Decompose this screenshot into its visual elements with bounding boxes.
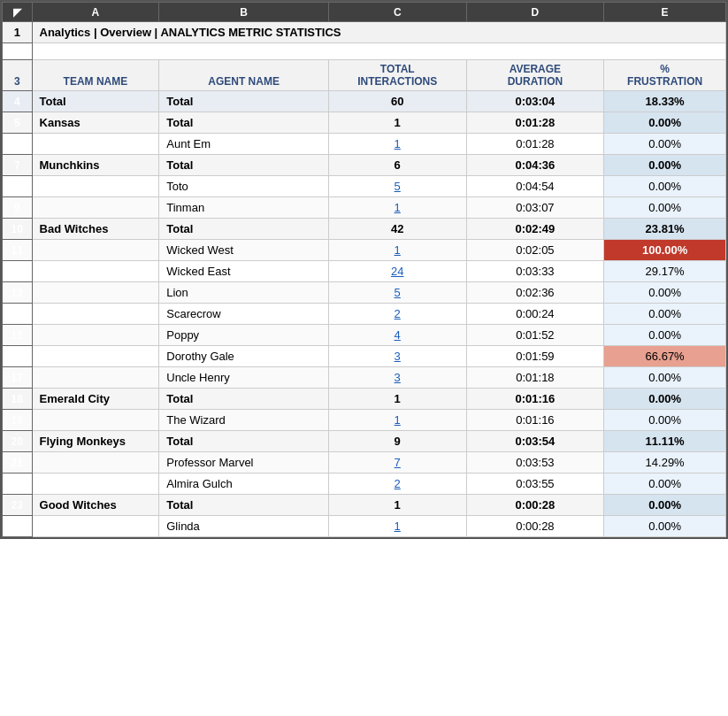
col-header-D: D: [466, 3, 604, 22]
duration-cell: 0:03:54: [466, 431, 604, 452]
table-row: 17Uncle Henry30:01:180.00%: [3, 367, 726, 389]
team-name-cell: Munchkins: [32, 155, 159, 176]
table-row: 6Aunt Em10:01:280.00%: [3, 134, 726, 155]
duration-cell: 0:00:28: [466, 495, 604, 516]
frustration-cell: 0.00%: [604, 325, 726, 346]
header-total-interactions: TOTAL INTERACTIONS: [328, 60, 466, 91]
duration-cell: 0:02:49: [466, 219, 604, 240]
frustration-cell: 0.00%: [604, 473, 726, 495]
interactions-cell: 60: [328, 91, 466, 112]
team-name-cell: Bad Witches: [32, 219, 159, 240]
agent-name-cell: Professor Marvel: [159, 452, 329, 473]
header-frustration: % FRUSTRATION: [604, 60, 726, 91]
agent-name-cell: Total: [159, 219, 329, 240]
frustration-cell: 0.00%: [604, 495, 726, 516]
duration-cell: 0:03:07: [466, 197, 604, 219]
interactions-cell: 1: [328, 389, 466, 410]
interactions-cell: 9: [328, 431, 466, 452]
interactions-cell: 1: [328, 240, 466, 261]
team-name-cell: [32, 410, 159, 431]
agent-name-cell: Glinda: [159, 516, 329, 537]
table-row: 7MunchkinsTotal60:04:360.00%: [3, 155, 726, 176]
header-team-name: TEAM NAME: [32, 60, 159, 91]
team-name-cell: [32, 261, 159, 282]
team-name-cell: [32, 240, 159, 261]
duration-cell: 0:02:36: [466, 282, 604, 304]
frustration-cell: 0.00%: [604, 410, 726, 431]
interactions-cell: 6: [328, 155, 466, 176]
agent-name-cell: Total: [159, 155, 329, 176]
interactions-cell: 1: [328, 134, 466, 155]
frustration-cell: 14.29%: [604, 452, 726, 473]
team-name-cell: [32, 367, 159, 389]
header-agent-name: AGENT NAME: [159, 60, 329, 91]
spreadsheet: ◤ A B C D E 1 Analytics | Overview | ANA…: [0, 0, 728, 539]
duration-cell: 0:04:36: [466, 155, 604, 176]
team-name-cell: [32, 452, 159, 473]
frustration-cell: 29.17%: [604, 261, 726, 282]
col-header-E: E: [604, 3, 726, 22]
team-name-cell: Good Witches: [32, 495, 159, 516]
team-name-cell: [32, 304, 159, 325]
row-num-7: 7: [3, 155, 33, 176]
agent-name-cell: Uncle Henry: [159, 367, 329, 389]
duration-cell: 0:01:52: [466, 325, 604, 346]
frustration-cell: 0.00%: [604, 389, 726, 410]
duration-cell: 0:00:24: [466, 304, 604, 325]
frustration-cell: 0.00%: [604, 367, 726, 389]
table-row: 16Dorothy Gale30:01:5966.67%: [3, 346, 726, 367]
duration-cell: 0:01:18: [466, 367, 604, 389]
interactions-cell: 4: [328, 325, 466, 346]
duration-cell: 0:00:28: [466, 516, 604, 537]
duration-cell: 0:01:28: [466, 134, 604, 155]
header-row: 3 TEAM NAME AGENT NAME TOTAL INTERACTION…: [3, 60, 726, 91]
agent-name-cell: Toto: [159, 176, 329, 197]
agent-name-cell: Total: [159, 495, 329, 516]
team-name-cell: Total: [32, 91, 159, 112]
agent-name-cell: Wicked West: [159, 240, 329, 261]
frustration-cell: 18.33%: [604, 91, 726, 112]
agent-name-cell: Total: [159, 389, 329, 410]
row-num-6: 6: [3, 134, 33, 155]
title-cell: Analytics | Overview | ANALYTICS METRIC …: [32, 22, 725, 43]
row-num-19: 19: [3, 410, 33, 431]
row-num-11: 11: [3, 240, 33, 261]
interactions-cell: 3: [328, 346, 466, 367]
frustration-cell: 0.00%: [604, 176, 726, 197]
frustration-cell: 0.00%: [604, 112, 726, 134]
agent-name-cell: Almira Gulch: [159, 473, 329, 495]
agent-name-cell: Total: [159, 91, 329, 112]
interactions-cell: 2: [328, 473, 466, 495]
row-num-17: 17: [3, 367, 33, 389]
table-row: 24Glinda10:00:280.00%: [3, 516, 726, 537]
table-row: 23Good WitchesTotal10:00:280.00%: [3, 495, 726, 516]
agent-name-cell: Aunt Em: [159, 134, 329, 155]
interactions-cell: 1: [328, 516, 466, 537]
row-num-13: 13: [3, 282, 33, 304]
row-num-2: 2: [3, 43, 33, 60]
row-num-20: 20: [3, 431, 33, 452]
row-num-24: 24: [3, 516, 33, 537]
row-num-14: 14: [3, 304, 33, 325]
table-row: 19The Wizard10:01:160.00%: [3, 410, 726, 431]
row-2-empty: 2: [3, 43, 726, 60]
interactions-cell: 2: [328, 304, 466, 325]
frustration-cell: 0.00%: [604, 155, 726, 176]
duration-cell: 0:03:53: [466, 452, 604, 473]
interactions-cell: 3: [328, 367, 466, 389]
table-row: 8Toto50:04:540.00%: [3, 176, 726, 197]
table-row: 5KansasTotal10:01:280.00%: [3, 112, 726, 134]
table-row: 4TotalTotal600:03:0418.33%: [3, 91, 726, 112]
agent-name-cell: Dorothy Gale: [159, 346, 329, 367]
agent-name-cell: Scarecrow: [159, 304, 329, 325]
interactions-cell: 5: [328, 282, 466, 304]
agent-name-cell: Poppy: [159, 325, 329, 346]
interactions-cell: 1: [328, 112, 466, 134]
agent-name-cell: Total: [159, 112, 329, 134]
table-row: 14Scarecrow20:00:240.00%: [3, 304, 726, 325]
duration-cell: 0:04:54: [466, 176, 604, 197]
table-row: 15Poppy40:01:520.00%: [3, 325, 726, 346]
team-name-cell: [32, 325, 159, 346]
table-row: 20Flying MonkeysTotal90:03:5411.11%: [3, 431, 726, 452]
team-name-cell: [32, 176, 159, 197]
